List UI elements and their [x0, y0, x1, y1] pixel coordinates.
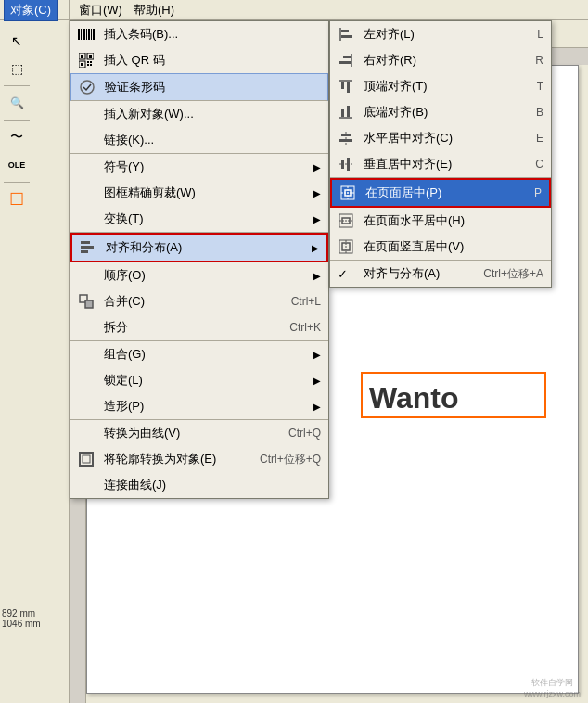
- left-panel: 对象(C) ↖ ⬚ 🔍 〜 OLE ☐ 892 mm 1046 mm: [0, 0, 70, 703]
- align-arrow: ▶: [312, 243, 319, 253]
- symbol-arrow: ▶: [313, 162, 321, 173]
- submenu-align-bottom[interactable]: 底端对齐(B) B: [330, 99, 551, 125]
- left-menubar: 对象(C): [0, 0, 69, 20]
- outline-icon-svg: [79, 452, 94, 467]
- menu-symbol[interactable]: 符号(Y) ▶: [70, 154, 328, 180]
- menu-connect-curve[interactable]: 连接曲线(J): [70, 472, 328, 498]
- submenu-center-page[interactable]: 在页面居中(P) P: [330, 178, 551, 208]
- submenu-center-h-label: 水平居中对齐(C): [364, 130, 453, 147]
- menu-to-curve[interactable]: 转换为曲线(V) Ctrl+Q: [70, 420, 328, 446]
- combine-icon-svg: [79, 294, 94, 309]
- transform-arrow: ▶: [313, 214, 321, 224]
- tool-freehand[interactable]: 〜: [4, 124, 30, 150]
- align-bottom-icon-svg: [339, 105, 353, 120]
- width-value: 892 mm: [2, 608, 41, 619]
- svg-rect-14: [81, 55, 83, 58]
- svg-rect-24: [81, 241, 90, 244]
- svg-rect-20: [90, 61, 92, 63]
- height-value: 1046 mm: [2, 619, 41, 629]
- align-top-icon: [334, 79, 358, 94]
- menu-align[interactable]: 对齐和分布(A) ▶: [70, 233, 328, 262]
- menubar: 窗口(W) 帮助(H): [70, 0, 588, 20]
- menu-lock[interactable]: 锁定(L) ▶: [70, 367, 328, 393]
- menu-break[interactable]: 拆分 Ctrl+K: [70, 314, 328, 341]
- object-dropdown-menu: 插入条码(B)... 插入 QR 码: [70, 20, 329, 499]
- svg-rect-30: [83, 455, 90, 463]
- menu-group[interactable]: 组合(G) ▶: [70, 341, 328, 367]
- object-menu-button[interactable]: 对象(C): [4, 0, 58, 21]
- menu-shaping[interactable]: 造形(P) ▶: [70, 393, 328, 420]
- qr-icon: [74, 53, 98, 68]
- menu-align-label: 对齐和分布(A): [106, 239, 182, 256]
- menu-order[interactable]: 顺序(O) ▶: [70, 262, 328, 288]
- menu-connect-curve-label: 连接曲线(J): [104, 477, 166, 493]
- tool-zoom[interactable]: 🔍: [4, 90, 30, 116]
- submenu-center-v-label: 垂直居中对齐(E): [364, 156, 452, 173]
- submenu-center-page-v-label: 在页面竖直居中(V): [364, 238, 464, 255]
- watermark-text: 软件自学网 www.rjzxw.com: [524, 678, 581, 698]
- menu-insert-new[interactable]: 插入新对象(W)...: [70, 101, 328, 127]
- menu-crop[interactable]: 图框精确剪裁(W) ▶: [70, 180, 328, 206]
- menu-insert-qr[interactable]: 插入 QR 码: [70, 47, 328, 73]
- align-right-icon-svg: [339, 53, 353, 68]
- submenu-align-distribute[interactable]: ✓ 对齐与分布(A) Ctrl+位移+A: [330, 261, 551, 287]
- center-page-v-icon-svg: [339, 239, 353, 254]
- align-icon: [76, 240, 100, 255]
- tool-select[interactable]: ↖: [4, 28, 30, 54]
- dimension-display: 892 mm 1046 mm: [2, 608, 41, 629]
- submenu-center-v[interactable]: 垂直居中对齐(E) C: [330, 151, 551, 178]
- submenu-align-right-label: 右对齐(R): [364, 52, 416, 69]
- svg-rect-22: [90, 64, 92, 66]
- svg-rect-33: [341, 35, 352, 38]
- menu-to-curve-label: 转换为曲线(V): [104, 425, 180, 441]
- submenu-align-left-label: 左对齐(L): [364, 26, 415, 43]
- svg-rect-35: [343, 56, 351, 58]
- submenu-align-bottom-label: 底端对齐(B): [364, 104, 428, 121]
- selected-object-handle[interactable]: [361, 372, 546, 418]
- submenu-align-right[interactable]: 右对齐(R) R: [330, 47, 551, 73]
- menu-transform[interactable]: 变换(T) ▶: [70, 206, 328, 233]
- center-page-v-icon: [334, 239, 358, 254]
- menu-break-label: 拆分: [104, 319, 128, 336]
- menu-combine-shortcut: Ctrl+L: [291, 295, 321, 308]
- menu-insert-new-label: 插入新对象(W)...: [104, 106, 194, 122]
- svg-rect-18: [81, 63, 83, 66]
- tool-ole[interactable]: OLE: [4, 152, 30, 178]
- submenu-center-page-v[interactable]: 在页面竖直居中(V): [330, 234, 551, 261]
- group-arrow: ▶: [313, 350, 321, 360]
- tool-select2[interactable]: ☐: [4, 186, 30, 212]
- submenu-center-page-shortcut: P: [534, 186, 542, 199]
- svg-rect-32: [341, 30, 349, 32]
- help-menu[interactable]: 帮助(H): [128, 0, 180, 20]
- verify-barcode-icon: [75, 80, 99, 95]
- center-page-h-icon-svg: [339, 213, 353, 228]
- svg-rect-41: [341, 109, 344, 117]
- align-icon-svg: [81, 240, 96, 255]
- shaping-arrow: ▶: [313, 402, 321, 412]
- menu-link[interactable]: 链接(K)...: [70, 127, 328, 154]
- menu-lock-label: 锁定(L): [104, 372, 143, 389]
- align-left-icon: [334, 27, 358, 42]
- align-top-icon-svg: [339, 79, 353, 94]
- window-menu[interactable]: 窗口(W): [73, 0, 128, 20]
- submenu-align-right-shortcut: R: [535, 54, 543, 67]
- svg-rect-48: [347, 158, 350, 171]
- submenu-center-page-label: 在页面居中(P): [365, 185, 441, 201]
- menu-combine[interactable]: 合并(C) Ctrl+L: [70, 288, 328, 314]
- crop-arrow: ▶: [313, 188, 321, 198]
- menu-verify-barcode[interactable]: 验证条形码: [70, 73, 328, 101]
- align-bottom-icon: [334, 105, 358, 120]
- align-left-icon-svg: [339, 27, 353, 42]
- submenu-center-h[interactable]: 水平居中对齐(C) E: [330, 125, 551, 151]
- tool-panel: ↖ ⬚ 🔍 〜 OLE ☐: [0, 24, 69, 216]
- svg-rect-19: [87, 61, 89, 63]
- submenu-center-page-h[interactable]: 在页面水平居中(H): [330, 208, 551, 234]
- menu-outline-to-obj[interactable]: 将轮廓转换为对象(E) Ctrl+位移+Q: [70, 446, 328, 472]
- tool-shape[interactable]: ⬚: [4, 56, 30, 82]
- menu-insert-barcode[interactable]: 插入条码(B)...: [70, 21, 328, 47]
- center-h-icon: [334, 131, 358, 146]
- menu-outline-label: 将轮廓转换为对象(E): [104, 451, 216, 467]
- submenu-align-left[interactable]: 左对齐(L) L: [330, 21, 551, 47]
- menubar-items: 窗口(W) 帮助(H): [70, 0, 588, 19]
- submenu-align-top[interactable]: 顶端对齐(T) T: [330, 73, 551, 99]
